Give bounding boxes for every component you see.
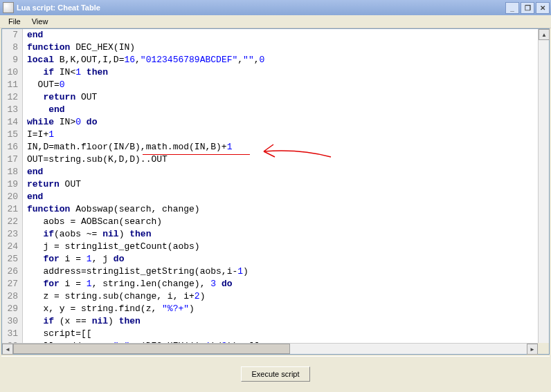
line-number: 8: [2, 41, 18, 54]
code-line[interactable]: if(aobs ~= nil) then: [27, 228, 538, 241]
line-number: 9: [2, 54, 18, 66]
code-line[interactable]: if IN<1 then: [27, 66, 538, 79]
code-line[interactable]: return OUT: [27, 178, 538, 191]
code-line[interactable]: z = string.sub(change, i, i+2): [27, 290, 538, 303]
code-line[interactable]: j = stringlist_getCount(aobs): [27, 241, 538, 253]
line-number: 26: [2, 265, 18, 278]
scroll-left-button[interactable]: ◄: [2, 344, 13, 355]
line-number: 24: [2, 241, 18, 253]
line-number: 14: [2, 116, 18, 129]
line-number: 10: [2, 66, 18, 79]
annotation-underline: [143, 153, 250, 155]
bottom-panel: Execute script: [1, 356, 550, 391]
line-number: 22: [2, 216, 18, 228]
line-number: 16: [2, 141, 18, 153]
minimize-button[interactable]: _: [505, 2, 519, 14]
code-line[interactable]: function DEC_HEX(IN): [27, 41, 538, 54]
line-number: 29: [2, 303, 18, 315]
code-line[interactable]: OUT=string.sub(K,D,D)..OUT: [27, 153, 538, 166]
code-line[interactable]: x, y = string.find(z, "%?+"): [27, 303, 538, 315]
line-number: 25: [2, 253, 18, 265]
line-number: 31: [2, 328, 18, 340]
code-line[interactable]: for i = 1, j do: [27, 253, 538, 265]
code-line[interactable]: end: [27, 104, 538, 116]
horizontal-scrollbar[interactable]: ◄ ►: [2, 343, 538, 354]
code-line[interactable]: while IN>0 do: [27, 116, 538, 129]
restore-button[interactable]: ❐: [521, 2, 534, 14]
line-number: 13: [2, 104, 18, 116]
code-line[interactable]: end: [27, 29, 538, 41]
line-number: 17: [2, 153, 18, 166]
window-buttons: _ ❐ ✕: [505, 2, 550, 14]
code-editor[interactable]: 7891011121314151617181920212223242526272…: [1, 28, 550, 355]
close-button[interactable]: ✕: [536, 2, 550, 14]
code-line[interactable]: I=I+1: [27, 129, 538, 141]
code-line[interactable]: local B,K,OUT,I,D=16,"0123456789ABCDEF",…: [27, 54, 538, 66]
code-line[interactable]: end: [27, 191, 538, 203]
menubar: File View: [0, 15, 551, 28]
line-number: 18: [2, 166, 18, 178]
line-number: 19: [2, 178, 18, 191]
scroll-thumb[interactable]: [13, 344, 290, 354]
code-area[interactable]: endfunction DEC_HEX(IN)local B,K,OUT,I,D…: [23, 29, 538, 343]
titlebar: Lua script: Cheat Table _ ❐ ✕: [0, 0, 551, 15]
line-number: 21: [2, 203, 18, 216]
line-number: 15: [2, 129, 18, 141]
menu-view[interactable]: View: [26, 16, 54, 27]
scroll-corner: [538, 343, 549, 354]
code-line[interactable]: OUT=0: [27, 79, 538, 91]
line-number: 12: [2, 91, 18, 104]
line-number: 28: [2, 290, 18, 303]
code-line[interactable]: return OUT: [27, 91, 538, 104]
code-line[interactable]: end: [27, 166, 538, 178]
line-number: 20: [2, 191, 18, 203]
line-number-gutter: 7891011121314151617181920212223242526272…: [2, 29, 23, 343]
line-number: 11: [2, 79, 18, 91]
execute-script-button[interactable]: Execute script: [241, 366, 309, 382]
code-line[interactable]: for i = 1, string.len(change), 3 do: [27, 278, 538, 290]
code-line[interactable]: address=stringlist_getString(aobs,i-1): [27, 265, 538, 278]
menu-file[interactable]: File: [3, 16, 26, 27]
line-number: 27: [2, 278, 18, 290]
code-line[interactable]: script=[[: [27, 328, 538, 340]
scroll-up-button[interactable]: ▲: [539, 29, 550, 40]
app-icon: [3, 2, 14, 13]
code-line[interactable]: function Aobswap(search, change): [27, 203, 538, 216]
line-number: 30: [2, 315, 18, 328]
window-title: Lua script: Cheat Table: [17, 3, 505, 12]
vertical-scrollbar[interactable]: ▲: [538, 29, 549, 343]
scroll-right-button[interactable]: ►: [527, 344, 538, 355]
line-number: 23: [2, 228, 18, 241]
code-line[interactable]: if (x == nil) then: [27, 315, 538, 328]
line-number: 7: [2, 29, 18, 41]
code-line[interactable]: IN,D=math.floor(IN/B),math.mod(IN,B)+1: [27, 141, 538, 153]
code-line[interactable]: aobs = AOBScan(search): [27, 216, 538, 228]
